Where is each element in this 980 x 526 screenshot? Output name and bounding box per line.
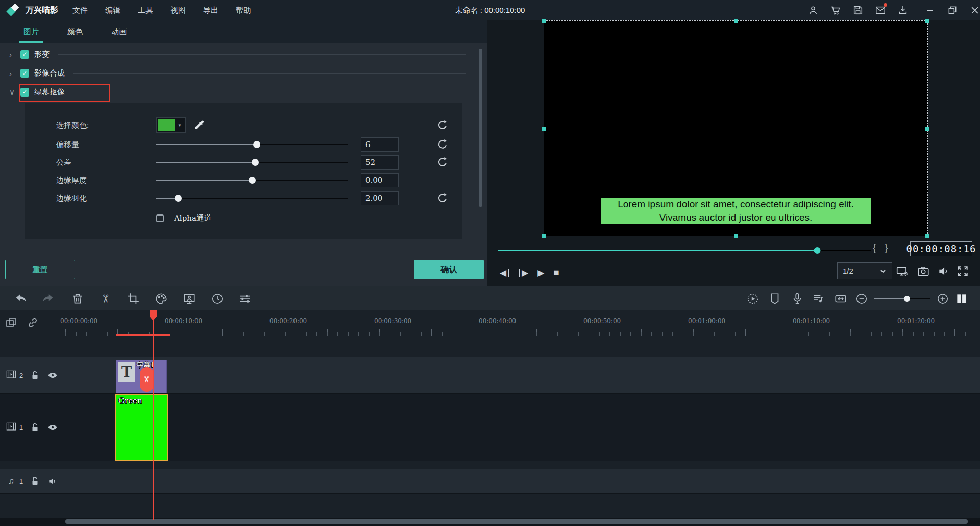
confirm-button[interactable]: 确认 xyxy=(414,260,484,279)
timecode-display[interactable]: 00:00:08:16 xyxy=(910,241,972,256)
volume-icon[interactable] xyxy=(937,265,950,278)
resize-handle[interactable] xyxy=(925,234,929,238)
audio-mixer-icon[interactable] xyxy=(812,292,825,305)
resize-handle[interactable] xyxy=(734,234,738,238)
redo-icon[interactable] xyxy=(41,292,54,305)
playback-quality-dropdown[interactable]: 1/2 xyxy=(837,262,892,279)
resize-handle[interactable] xyxy=(542,234,546,238)
slider-knob[interactable] xyxy=(253,141,260,148)
download-icon[interactable] xyxy=(897,5,909,16)
zoom-in-icon[interactable] xyxy=(936,292,949,305)
timeline-zoom-slider[interactable] xyxy=(874,298,930,299)
delete-icon[interactable] xyxy=(71,292,84,305)
crop-icon[interactable] xyxy=(127,292,140,305)
section-transform[interactable]: › ✓ 形变 xyxy=(0,45,487,64)
cut-scissors-icon[interactable]: ✂ xyxy=(140,367,154,392)
adjust-sliders-icon[interactable] xyxy=(238,292,252,305)
split-scissors-icon[interactable]: ✂ xyxy=(99,292,112,305)
reset-icon[interactable] xyxy=(437,139,448,150)
reset-button[interactable]: 重置 xyxy=(5,260,75,279)
chevron-right-icon[interactable]: › xyxy=(9,50,20,59)
account-icon[interactable] xyxy=(807,5,819,16)
mark-out-icon[interactable]: } xyxy=(885,242,888,254)
audio-track-1[interactable]: ♫ 1 xyxy=(0,469,980,494)
mail-icon[interactable] xyxy=(875,5,886,16)
title-clip[interactable]: T 字幕1 ✂ xyxy=(116,360,167,393)
reset-icon[interactable] xyxy=(437,193,448,204)
seek-handle[interactable] xyxy=(814,247,820,254)
resize-handle[interactable] xyxy=(734,19,738,23)
reset-icon[interactable] xyxy=(437,119,448,131)
color-swatch-dropdown[interactable]: ▼ xyxy=(156,117,186,133)
section-compositing[interactable]: › ✓ 影像合成 xyxy=(0,64,487,83)
timeline-scrollbar-thumb[interactable] xyxy=(65,519,968,524)
voiceover-mic-icon[interactable] xyxy=(791,292,804,305)
playhead-line[interactable] xyxy=(153,312,154,520)
slider-knob[interactable] xyxy=(175,195,182,202)
green-screen-clip[interactable]: Green xyxy=(115,394,168,461)
unlock-icon[interactable] xyxy=(30,476,40,486)
save-icon[interactable] xyxy=(852,5,864,16)
speed-duration-icon[interactable] xyxy=(211,292,224,305)
restore-button[interactable] xyxy=(947,5,958,15)
next-frame-button[interactable]: ▶ xyxy=(519,268,528,278)
tab-color[interactable]: 颜色 xyxy=(63,20,87,43)
cart-icon[interactable] xyxy=(830,5,841,16)
undo-icon[interactable] xyxy=(15,292,28,305)
display-settings-icon[interactable] xyxy=(896,265,909,278)
speaker-icon[interactable] xyxy=(47,476,58,486)
snapshot-camera-icon[interactable] xyxy=(917,265,930,278)
checkbox-transform[interactable]: ✓ xyxy=(20,50,29,59)
menu-tools[interactable]: 工具 xyxy=(138,6,153,15)
menu-file[interactable]: 文件 xyxy=(72,6,88,15)
tolerance-slider[interactable] xyxy=(156,159,348,166)
slider-knob[interactable] xyxy=(252,159,259,166)
menu-edit[interactable]: 编辑 xyxy=(105,6,120,15)
previous-frame-button[interactable]: ◀ xyxy=(500,268,509,278)
stop-button[interactable]: ■ xyxy=(553,267,559,278)
zoom-out-icon[interactable] xyxy=(855,292,868,305)
fullscreen-icon[interactable] xyxy=(956,265,969,278)
resize-handle[interactable] xyxy=(542,127,546,131)
close-button[interactable] xyxy=(970,5,980,15)
resize-handle[interactable] xyxy=(542,19,546,23)
unlock-icon[interactable] xyxy=(30,422,40,433)
reset-icon[interactable] xyxy=(437,157,448,168)
edge-feather-value[interactable]: 2.00 xyxy=(361,191,399,205)
slider-knob[interactable] xyxy=(249,177,256,184)
menu-view[interactable]: 视图 xyxy=(170,6,186,15)
color-palette-icon[interactable] xyxy=(155,292,168,305)
chevron-right-icon[interactable]: › xyxy=(9,69,20,78)
preview-canvas[interactable]: Lorem ipsum dolor sit amet, consectetur … xyxy=(544,20,928,236)
edge-thickness-slider[interactable] xyxy=(156,177,348,184)
minimize-button[interactable] xyxy=(925,5,935,15)
offset-slider[interactable] xyxy=(156,141,348,148)
eyedropper-icon[interactable] xyxy=(193,119,205,131)
zoom-knob[interactable] xyxy=(904,296,910,302)
play-button[interactable]: ▶ xyxy=(537,268,544,278)
visibility-eye-icon[interactable] xyxy=(47,370,58,380)
dual-view-icon[interactable] xyxy=(955,292,968,305)
mark-in-icon[interactable]: { xyxy=(873,242,876,254)
ruler-minor-ticks[interactable] xyxy=(65,332,980,336)
tab-image[interactable]: 图片 xyxy=(19,20,43,43)
menu-export[interactable]: 导出 xyxy=(203,6,218,15)
edge-thickness-value[interactable]: 0.00 xyxy=(361,173,399,187)
tolerance-value[interactable]: 52 xyxy=(361,155,399,170)
playhead-handle[interactable] xyxy=(150,310,157,321)
resize-handle[interactable] xyxy=(925,127,929,131)
alpha-channel-checkbox[interactable] xyxy=(156,214,164,222)
menu-help[interactable]: 帮助 xyxy=(236,6,251,15)
tab-animation[interactable]: 动画 xyxy=(107,20,131,43)
subtitle-text[interactable]: Lorem ipsum dolor sit amet, consectetur … xyxy=(601,198,871,224)
fit-to-timeline-icon[interactable] xyxy=(834,292,847,305)
chroma-key-portrait-icon[interactable] xyxy=(183,292,196,305)
checkbox-compositing[interactable]: ✓ xyxy=(20,69,29,78)
offset-value[interactable]: 6 xyxy=(361,137,399,152)
manage-tracks-icon[interactable] xyxy=(5,317,17,329)
chevron-down-icon[interactable]: ∨ xyxy=(9,88,20,97)
marker-icon[interactable] xyxy=(768,292,781,305)
preview-seek-bar[interactable] xyxy=(498,247,871,253)
panel-scrollbar[interactable] xyxy=(479,49,482,207)
resize-handle[interactable] xyxy=(925,19,929,23)
